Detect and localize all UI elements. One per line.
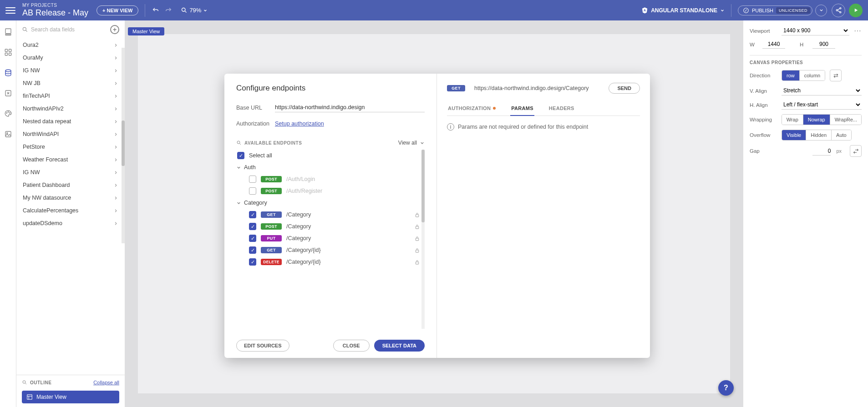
datasource-item[interactable]: PetStore: [16, 141, 125, 153]
method-badge: POST: [261, 176, 282, 182]
send-button[interactable]: SEND: [609, 83, 640, 94]
datasource-item[interactable]: NorthWindAPI: [16, 128, 125, 141]
base-url-input[interactable]: [275, 103, 425, 112]
width-input[interactable]: [762, 40, 785, 49]
zoom-control[interactable]: 79%: [181, 7, 208, 14]
publish-dropdown[interactable]: [815, 5, 827, 16]
svg-text:A: A: [644, 9, 646, 12]
base-url-label: Base URL: [236, 105, 275, 111]
select-data-button[interactable]: SELECT DATA: [374, 340, 425, 352]
edit-sources-button[interactable]: EDIT SOURCES: [236, 340, 289, 352]
redo-icon[interactable]: [164, 6, 173, 15]
datasource-item[interactable]: updateDSdemo: [16, 217, 125, 230]
scrollbar-thumb[interactable]: [122, 121, 125, 166]
datasource-item[interactable]: My NW datasource: [16, 191, 125, 204]
valign-select[interactable]: Stretch: [782, 86, 862, 95]
direction-row[interactable]: row: [782, 70, 800, 80]
datasource-item[interactable]: NW JB: [16, 77, 125, 90]
wrap-wrap[interactable]: Wrap: [782, 115, 803, 125]
overflow-visible[interactable]: Visible: [782, 130, 806, 140]
more-icon[interactable]: ⋯: [854, 26, 862, 35]
endpoint-checkbox[interactable]: [249, 187, 256, 195]
overflow-hidden[interactable]: Hidden: [806, 130, 832, 140]
tab-params[interactable]: PARAMS: [510, 102, 534, 116]
dialog-title: Configure endpoints: [236, 84, 425, 93]
publish-button[interactable]: PUBLISH UNLICENSED: [738, 5, 812, 15]
properties-panel: Viewport 1440 x 900 ⋯ W H CANVAS PROPERT…: [743, 20, 868, 407]
viewport-select[interactable]: 1440 x 900: [782, 26, 849, 35]
outline-master-view[interactable]: Master View: [22, 391, 119, 403]
datasource-item[interactable]: Oura2: [16, 39, 125, 51]
preview-button[interactable]: [849, 4, 863, 17]
endpoint-checkbox[interactable]: ✓: [249, 246, 256, 254]
select-all-checkbox[interactable]: ✓: [237, 152, 244, 159]
tab-authorization[interactable]: AUTHORIZATION: [447, 102, 497, 116]
collapse-all-link[interactable]: Collapse all: [93, 380, 119, 385]
view-all-dropdown[interactable]: View all: [398, 140, 425, 146]
overflow-auto[interactable]: Auto: [832, 130, 851, 140]
svg-point-0: [182, 8, 186, 12]
endpoint-item[interactable]: ✓ POST /Category: [236, 221, 420, 232]
endpoint-group-header[interactable]: Category: [236, 197, 420, 209]
projects-label: MY PROJECTS: [22, 3, 88, 8]
height-input[interactable]: [812, 40, 835, 49]
undo-icon[interactable]: [152, 6, 160, 15]
new-view-button[interactable]: + NEW VIEW: [96, 5, 138, 15]
datasource-item[interactable]: IG NW: [16, 166, 125, 179]
project-breadcrumb[interactable]: MY PROJECTS AB Release - May: [22, 3, 88, 18]
variables-icon[interactable]: [4, 89, 13, 98]
close-button[interactable]: CLOSE: [333, 340, 370, 352]
pages-icon[interactable]: [4, 27, 13, 36]
endpoint-scrollbar-thumb[interactable]: [421, 150, 425, 222]
datasource-item[interactable]: OuraMy: [16, 51, 125, 64]
endpoint-item[interactable]: ✓ GET /Category/{id}: [236, 244, 420, 256]
wrap-reverse[interactable]: WrapRe...: [830, 115, 862, 125]
setup-auth-link[interactable]: Setup authorization: [275, 121, 324, 127]
endpoint-item[interactable]: POST /Auth/Register: [236, 185, 420, 197]
datasource-item[interactable]: NorthwindAPIv2: [16, 102, 125, 115]
theme-icon[interactable]: [4, 109, 13, 118]
endpoint-checkbox[interactable]: ✓: [249, 258, 256, 266]
swap-direction-button[interactable]: ⇄: [830, 70, 842, 81]
svg-line-27: [25, 383, 27, 385]
endpoint-checkbox[interactable]: ✓: [249, 211, 256, 218]
svg-point-23: [6, 133, 7, 134]
menu-icon[interactable]: [5, 5, 15, 15]
datasource-item[interactable]: finTechAPI: [16, 90, 125, 102]
assets-icon[interactable]: [4, 130, 13, 139]
endpoint-checkbox[interactable]: ✓: [249, 223, 256, 230]
svg-rect-16: [9, 53, 11, 55]
wrap-nowrap[interactable]: Nowrap: [803, 115, 830, 125]
search-field[interactable]: [22, 26, 107, 33]
datasource-label: NW JB: [23, 80, 41, 86]
help-button[interactable]: ?: [718, 380, 734, 396]
gap-input[interactable]: [812, 147, 831, 156]
datasource-item[interactable]: IG NW: [16, 64, 125, 77]
endpoint-item[interactable]: ✓ PUT /Category: [236, 232, 420, 244]
endpoint-checkbox[interactable]: [249, 176, 256, 183]
datasource-label: IG NW: [23, 169, 40, 176]
gap-link-button[interactable]: [850, 145, 862, 157]
endpoint-path: /Category: [286, 223, 414, 230]
share-button[interactable]: [832, 4, 845, 17]
datasource-item[interactable]: Patient Dashboard: [16, 179, 125, 191]
direction-column[interactable]: column: [800, 70, 825, 80]
endpoint-item[interactable]: ✓ DELETE /Category/{id}: [236, 256, 420, 268]
endpoint-item[interactable]: POST /Auth/Login: [236, 173, 420, 185]
endpoint-item[interactable]: ✓ GET /Category: [236, 209, 420, 221]
datasource-item[interactable]: Weather Forecast: [16, 153, 125, 166]
data-icon[interactable]: [4, 68, 13, 77]
halign-select[interactable]: Left / flex-start: [782, 100, 862, 110]
search-input[interactable]: [31, 26, 107, 33]
endpoint-group-header[interactable]: Auth: [236, 161, 420, 173]
components-icon[interactable]: [4, 48, 13, 57]
endpoint-checkbox[interactable]: ✓: [249, 235, 256, 242]
chevron-right-icon: [113, 55, 118, 60]
endpoint-path: /Auth/Register: [286, 188, 420, 194]
datasource-item[interactable]: CalculatePercentages: [16, 204, 125, 217]
framework-selector[interactable]: A ANGULAR STANDALONE: [641, 7, 725, 14]
datasource-item[interactable]: Nested data repeat: [16, 115, 125, 128]
add-datasource-button[interactable]: +: [110, 25, 119, 34]
tab-headers[interactable]: HEADERS: [548, 102, 575, 116]
wrap-toggle: Wrap Nowrap WrapRe...: [782, 114, 862, 125]
